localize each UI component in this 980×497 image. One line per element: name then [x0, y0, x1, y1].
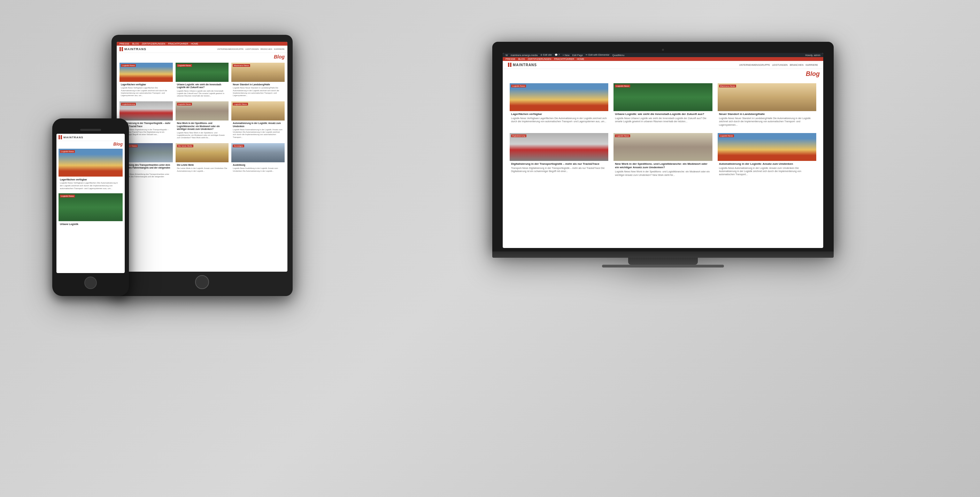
t-title-5: New Work in der Speditions- und Logistik… [177, 122, 228, 130]
t-nav-blog[interactable]: BLOG [132, 43, 138, 45]
laptop-card-3: Maintrans-News Neuer Standort in Landsbe… [718, 83, 816, 128]
t-card-body-1: Lagerflächen verfügbar Logistik-News Ver… [119, 82, 173, 98]
t-card-body-6: Automatisierung in der Logistik: Ansatz … [231, 121, 285, 140]
laptop-card-1: Logistik-News Lagerflächen verfügbar Log… [510, 83, 608, 128]
t-nav-unternehmen[interactable]: UNTERNEHMENSGRUPPE [217, 48, 243, 50]
nav-karriere[interactable]: KARRIERE [805, 64, 818, 66]
t-card-img-9: Sonstiges [231, 143, 285, 162]
phone-device: MAINTRANS Blog Logistik-News Lagerfläche… [52, 118, 129, 296]
tablet-topbar: PRESSE BLOG ZERTIFIZIERUNGEN FRACHTFÜHRE… [117, 42, 287, 46]
t-card-body-3: Neuer Standort in Landsberg/Halle Logist… [231, 82, 285, 98]
t-nav-branchen[interactable]: BRANCHEN [261, 48, 272, 50]
tablet-home-button[interactable] [195, 275, 209, 289]
admin-greeting: Howdy, admin [805, 54, 821, 56]
t-nav-presse[interactable]: PRESSE [119, 43, 129, 45]
t-card-1: Logistik-News Lagerflächen verfügbar Log… [119, 63, 173, 98]
tablet-logo-bar-1 [119, 47, 121, 51]
p-text-1: Logistik-News Verfügbare Lagerflächen Di… [60, 182, 121, 190]
tablet-bezel: PRESSE BLOG ZERTIFIZIERUNGEN FRACHTFÜHRE… [111, 35, 293, 296]
nav-zertifizierungen[interactable]: ZERTIFIZIERUNGEN [528, 58, 552, 60]
card-text-6: Logistik-News Automatisierung in der Log… [719, 167, 815, 176]
t-nav-karriere[interactable]: KARRIERE [274, 48, 285, 50]
laptop-header: MAINTRANS UNTERNEHMENSGRUPPE LEISTUNGEN … [503, 61, 823, 69]
laptop-stand [628, 258, 698, 265]
p-card-body-2: Urbane Logistik [59, 221, 123, 228]
phone-logo-text: MAINTRANS [64, 136, 83, 139]
nav-unternehmen[interactable]: UNTERNEHMENSGRUPPE [739, 64, 770, 66]
card-title-2: Urbane Logistik: wie sieht die Innenstad… [615, 113, 711, 116]
t-title-9: Ausbildung [233, 164, 283, 167]
card-body-4: Digitalisierung in der Transportlogistik… [510, 161, 608, 175]
tablet-logo: MAINTRANS [119, 47, 146, 51]
t-card-3: Maintrans-News Neuer Standort in Landsbe… [231, 63, 285, 98]
card-badge-5: Logistik-News [615, 135, 630, 137]
t-card-body-2: Urbane Logistik: wie sieht die Innenstad… [176, 82, 229, 98]
t-text-1: Logistik-News Verfügbare Lagerflächen Di… [121, 87, 172, 97]
quad-menu: QuadMenu [612, 54, 624, 56]
card-title-5: New Work in der Speditions- und Logistik… [615, 162, 711, 170]
card-badge-6: Logistik-News [719, 135, 734, 137]
tablet-logo-bar-2 [122, 47, 123, 51]
t-card-5: Logistik-News New Work in der Speditions… [176, 102, 229, 140]
logo-bar-2 [510, 63, 511, 67]
t-text-3: Logistik-News Neuer Standort in Landsber… [233, 87, 283, 97]
card-img-5: Logistik-News [614, 133, 712, 161]
nav-blog[interactable]: BLOG [518, 58, 525, 60]
laptop-card-4: Digitalisierung Digitalisierung in der T… [510, 133, 608, 178]
t-card-img-5: Logistik-News [176, 102, 229, 121]
t-card-9: Sonstiges Ausbildung Logistik-News Ausbi… [231, 143, 285, 182]
nav-home[interactable]: HOME [577, 58, 584, 60]
p-card-img-1: Logistik-News [59, 149, 123, 176]
nav-presse[interactable]: PRESSE [506, 58, 515, 60]
nav-branchen[interactable]: BRANCHEN [790, 64, 803, 66]
phone-header: MAINTRANS [56, 134, 125, 141]
tablet-logo-text: MAINTRANS [124, 48, 146, 51]
t-nav-zertifizierungen[interactable]: ZERTIFIZIERUNGEN [142, 43, 165, 45]
laptop-card-5: Logistik-News New Work in der Speditions… [614, 133, 712, 178]
phone-logo-bar-1 [59, 135, 60, 139]
card-badge-1: Logistik-News [511, 85, 526, 87]
phone-home-button[interactable] [84, 276, 97, 289]
t-card-img-6: Logistik-News [231, 102, 285, 121]
t-text-2: Logistik-News Urbane Logistik wie sieht … [177, 90, 228, 97]
phone-logo-bar-2 [60, 135, 62, 139]
t-card-img-3: Maintrans-News [231, 63, 285, 82]
t-badge-6: Logistik-News [233, 103, 248, 106]
p-badge-1: Logistik-News [60, 150, 75, 153]
card-body-2: Urbane Logistik: wie sieht die Innenstad… [614, 111, 712, 125]
laptop-foot [602, 265, 724, 267]
laptop-screen: W maintrans.amargo.media ⊘ Edit site 💬 7… [503, 53, 823, 248]
tablet-screen: PRESSE BLOG ZERTIFIZIERUNGEN FRACHTFÜHRE… [117, 42, 287, 272]
p-card-img-2: Logistik-News [59, 193, 123, 221]
nav-frachtfuehrer[interactable]: FRACHTFÜHRER [554, 58, 574, 60]
logo-mark [508, 63, 511, 67]
t-badge-5: Logistik-News [177, 103, 192, 106]
card-text-5: Logistik-News New Work in der Speditions… [615, 170, 711, 176]
laptop-blog-title: Blog [503, 69, 823, 79]
t-card-img-8: Die letzte Meile [176, 143, 229, 162]
card-img-6: Logistik-News [718, 133, 816, 161]
laptop-main-nav: UNTERNEHMENSGRUPPE LEISTUNGEN BRANCHEN K… [739, 64, 818, 66]
edit-site: ⊘ Edit site [540, 54, 552, 56]
tablet-logo-mark [119, 47, 123, 51]
card-title-1: Lagerflächen verfügbar [511, 113, 607, 116]
t-title-8: Die Letzte Meile [177, 164, 228, 167]
t-text-6: Logistik-News Automatisierung in der Log… [233, 129, 283, 139]
t-badge-8: Die letzte Meile [177, 144, 193, 147]
t-card-img-4: Logistisierung [119, 102, 173, 121]
nav-leistungen[interactable]: LEISTUNGEN [772, 64, 788, 66]
logo-bar-1 [508, 63, 509, 67]
card-text-1: Logistik-News Verfügbare Lagerflächen Di… [511, 117, 607, 123]
t-nav-leistungen[interactable]: LEISTUNGEN [245, 48, 258, 50]
t-nav-frachtfuehrer[interactable]: FRACHTFÜHRER [168, 43, 188, 45]
card-body-1: Lagerflächen verfügbar Logistik-News Ver… [510, 111, 608, 125]
p-card-1: Logistik-News Lagerflächen verfügbar Log… [59, 149, 123, 191]
tablet-blog-grid: Logistik-News Lagerflächen verfügbar Log… [117, 60, 287, 184]
tablet-blog-title: Blog [117, 53, 287, 60]
t-text-5: Logistik-News New Work in der Speditions… [177, 132, 228, 139]
phone-speaker [80, 129, 101, 131]
t-nav-home[interactable]: HOME [191, 43, 198, 45]
comment-count: 💬 7 [555, 54, 560, 56]
t-card-img-1: Logistik-News [119, 63, 173, 82]
site-url: maintrans.amargo.media [511, 54, 538, 56]
